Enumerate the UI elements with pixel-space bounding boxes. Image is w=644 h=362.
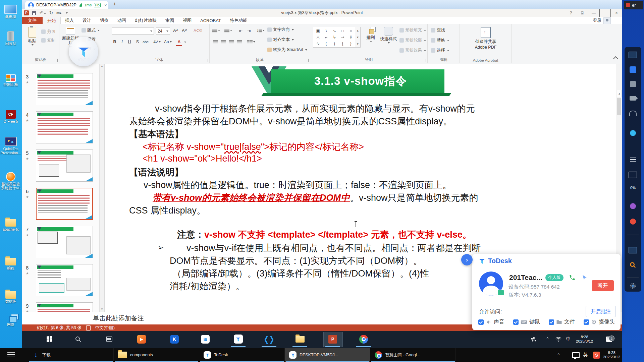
line-spacing-icon[interactable]: ↕ — [257, 27, 265, 34]
action-center-icon[interactable]: 2 — [606, 331, 612, 347]
bullets-icon[interactable] — [212, 27, 220, 34]
display-icon[interactable] — [625, 52, 641, 58]
session-tab[interactable]: DESKTOP-VM5DJ2P 1ms HD × — [25, 1, 108, 9]
perm-keyboard-mouse[interactable]: 键鼠 — [513, 318, 540, 325]
paste-button[interactable]: 粘贴 — [24, 27, 40, 46]
app-icon[interactable] — [625, 66, 641, 73]
search-icon[interactable] — [70, 331, 86, 347]
taskbar-app-thunder[interactable]: ≋ — [197, 331, 213, 347]
grow-font-icon[interactable]: A˄ — [173, 27, 179, 34]
clear-format-icon[interactable]: A⌫ — [194, 27, 202, 34]
restore-icon[interactable] — [599, 9, 611, 17]
perm-file[interactable]: 文件 — [549, 318, 575, 325]
close-icon[interactable]: × — [611, 9, 622, 17]
help-icon[interactable]: ? — [565, 9, 577, 17]
disconnect-button[interactable]: 断开 — [592, 280, 614, 291]
desktop-icon-network[interactable]: 网络 — [0, 310, 21, 326]
local-task-session-active[interactable]: DESKTOP-VM5DJ... — [285, 348, 370, 362]
italic-button[interactable]: I — [119, 39, 125, 45]
dialog-launcher-icon[interactable] — [205, 59, 208, 62]
find-button[interactable]: 查找 — [431, 27, 445, 33]
status-dot-icon[interactable] — [625, 203, 641, 209]
tab-acrobat[interactable]: ACROBAT — [196, 17, 225, 24]
shape-icon[interactable]: ↳ — [333, 35, 336, 40]
char-spacing-button[interactable]: AV — [153, 39, 161, 45]
font-size-input[interactable]: 24 — [156, 27, 170, 35]
align-center-icon[interactable] — [220, 39, 226, 45]
tab-insert[interactable]: 插入 — [61, 17, 78, 24]
local-task-components[interactable]: components — [114, 348, 199, 362]
task-view-icon[interactable] — [101, 331, 117, 347]
camera-icon[interactable] — [625, 96, 641, 101]
tab-animations[interactable]: 动画 — [113, 17, 130, 24]
shape-icon[interactable]: □ — [341, 28, 344, 33]
desktop-icon-cfree[interactable]: CF C-Free 5 — [0, 107, 21, 123]
ribbon-options-icon[interactable]: ⌸ — [577, 9, 588, 17]
justify-icon[interactable] — [236, 39, 243, 45]
desktop-icon-this-pc[interactable]: 此电脑 — [0, 2, 21, 19]
dialog-launcher-icon[interactable] — [423, 59, 426, 62]
numbering-icon[interactable] — [224, 27, 232, 34]
tab-view[interactable]: 视图 — [178, 17, 196, 24]
desktop-icon-control-panel[interactable]: 控制面板 — [0, 70, 21, 86]
mixer-icon[interactable] — [625, 158, 641, 162]
checkbox-checked-icon[interactable] — [549, 319, 554, 325]
language-indicator[interactable]: 中文(中国) — [95, 325, 115, 331]
shape-icon[interactable]: ⇒ — [341, 35, 344, 40]
taskbar-app-chrome[interactable] — [356, 331, 372, 347]
align-left-icon[interactable] — [212, 39, 218, 45]
dialog-launcher-icon[interactable] — [305, 59, 309, 62]
wifi-icon[interactable] — [555, 331, 562, 347]
collapse-panel-button[interactable]: › — [461, 254, 473, 265]
headset-icon[interactable] — [625, 111, 641, 116]
change-case-button[interactable]: Aa — [164, 39, 172, 45]
tab-special[interactable]: 特色功能 — [225, 17, 252, 24]
select-button[interactable]: 选择 — [431, 48, 449, 53]
quick-styles-button[interactable]: 快速样式 — [379, 27, 398, 44]
redo-icon[interactable]: ↻ — [49, 10, 53, 15]
desktop-icon-jiyu[interactable]: 极域课堂管 系统软件V6 — [0, 169, 21, 190]
save-icon[interactable] — [32, 11, 36, 15]
align-text-button[interactable]: 对齐文本 — [267, 37, 294, 43]
taskbar-app-powerpoint[interactable]: P — [325, 331, 341, 347]
shape-icon[interactable]: ↘ — [333, 28, 336, 33]
shape-icon[interactable]: ∿ — [316, 41, 320, 46]
tab-review[interactable]: 审阅 — [161, 17, 178, 24]
local-task-downloads[interactable]: ↓ 下载 — [29, 348, 114, 362]
shapes-gallery[interactable]: ▣\↘□○ △⌐↳⇒⇓ ∿(){} ▲▼▼ — [313, 27, 361, 48]
local-task-todesk[interactable]: ToDesk — [200, 348, 285, 362]
align-right-icon[interactable] — [228, 39, 234, 45]
undo-icon[interactable]: ↶ — [40, 10, 46, 15]
scrollbar-thumb[interactable] — [617, 98, 621, 115]
shape-icon[interactable]: ⌐ — [325, 35, 327, 40]
network-tray-icon[interactable] — [572, 348, 580, 362]
taskbar-menu-icon[interactable] — [7, 352, 15, 358]
clock-tray[interactable]: 8:282025/3/12 — [576, 331, 593, 347]
scroll-up-icon[interactable]: ▲ — [617, 90, 622, 97]
remote-cursor-icon[interactable] — [581, 274, 588, 281]
shape-effects-button[interactable]: 形状效果 — [399, 48, 426, 53]
create-pdf-button[interactable]: 创建并共享Adobe PDF — [470, 27, 501, 50]
shape-outline-button[interactable]: 形状轮廓 — [399, 38, 426, 43]
sogou-icon[interactable]: S — [593, 348, 600, 362]
shape-icon[interactable]: ( — [326, 41, 327, 46]
strikethrough-button[interactable]: S — [135, 39, 141, 45]
start-button[interactable] — [41, 331, 57, 347]
dialog-launcher-icon[interactable] — [54, 59, 58, 62]
shape-fill-button[interactable]: 形状填充 — [399, 27, 426, 33]
ime-indicator[interactable]: 中 — [566, 331, 571, 347]
smartart-button[interactable]: 转换为 SmartArt — [267, 47, 307, 53]
clock-tray[interactable]: 8:282025/3/12 — [603, 348, 620, 362]
desktop-icon-shujuku[interactable]: 数据库 — [0, 287, 21, 303]
taskbar-app-vscode[interactable]: ❮❯ — [261, 331, 277, 347]
taskbar-app-todesk[interactable] — [230, 331, 246, 347]
minimize-icon[interactable]: — — [588, 9, 599, 17]
tab-transitions[interactable]: 切换 — [96, 17, 113, 24]
font-color-caret[interactable] — [184, 42, 186, 43]
monitor-signal-icon[interactable] — [625, 172, 641, 178]
taskbar-app-explorer[interactable] — [292, 331, 308, 347]
account-icon[interactable] — [603, 17, 611, 24]
collapse-ribbon-icon[interactable] — [613, 56, 619, 62]
thumbnails-scrollbar[interactable]: ▲▼ — [99, 64, 104, 312]
tab-design[interactable]: 设计 — [78, 17, 96, 24]
